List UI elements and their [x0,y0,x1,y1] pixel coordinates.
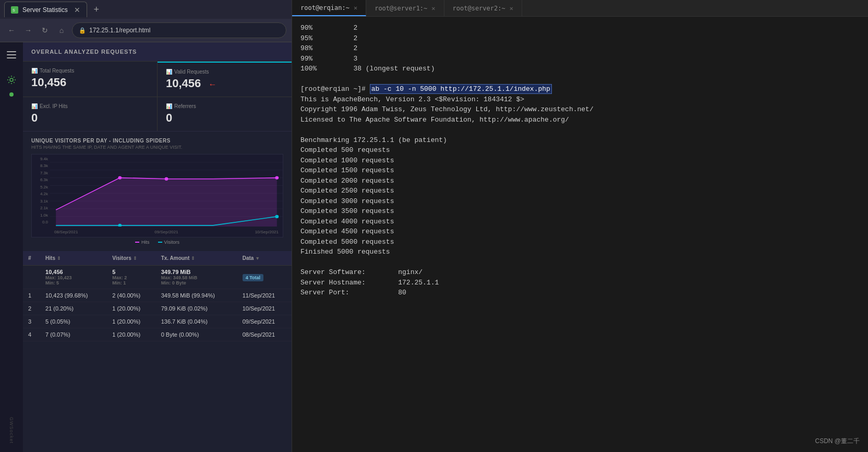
summary-visitors: 5 Max: 2 Min: 1 [107,266,155,289]
svg-rect-2 [7,51,16,52]
forward-button[interactable]: → [22,24,34,37]
row-tx: 79.09 KiB (0.02%) [156,302,237,315]
chart-section: UNIQUE VISITORS PER DAY - INCLUDING SPID… [23,131,292,251]
data-table: # Hits ⇕ Visitors ⇕ Tx. Amount ⇕ Data ▼ [23,251,292,341]
address-bar: ← → ↻ ⌂ 🔒 172.25.1.1/report.html [0,19,292,42]
terminal-tab-bar: root@erqian:~ ✕ root@server1:~ ✕ root@se… [292,0,868,17]
col-header-data[interactable]: Data ▼ [237,251,292,266]
settings-icon[interactable] [3,72,20,88]
security-lock-icon: 🔒 [79,27,86,34]
valid-requests-label: 📊 Valid Requests [166,69,283,75]
col-header-hits[interactable]: Hits ⇕ [40,251,107,266]
terminal-tab-1[interactable]: root@erqian:~ ✕ [292,0,366,16]
home-button[interactable]: ⌂ [55,24,68,37]
summary-row: 10,456 Max: 10,423 Min: 5 5 Max: 2 Min: … [23,266,292,289]
total-requests-value: 10,456 [31,76,149,89]
terminal-line: Completed 1500 requests [300,165,860,176]
tab-title: Server Statistics [22,6,68,14]
terminal-line: Completed 500 requests [300,145,860,156]
row-date: 09/Sep/2021 [237,315,292,328]
referrers-label: 📊 Referrers [166,103,283,109]
visitors-legend: Visitors [158,240,179,245]
chart-subtitle: HITS HAVING THE SAME IP, DATE AND AGENT … [31,145,283,150]
col-header-tx[interactable]: Tx. Amount ⇕ [156,251,237,266]
terminal-tab-3[interactable]: root@server2:~ ✕ [444,0,522,16]
terminal-tab-2[interactable]: root@server1:~ ✕ [366,0,444,16]
svg-point-15 [118,176,122,179]
hits-legend: Hits [135,240,150,245]
back-button[interactable]: ← [5,24,18,37]
row-date: 10/Sep/2021 [237,302,292,315]
red-arrow-indicator: ← [208,80,216,89]
stats-content: OVERALL ANALYZED REQUESTS 📊 Total Reques… [23,42,292,452]
terminal-line [300,125,860,135]
terminal-line: Server Software: nginx/ [300,267,860,278]
row-tx: 0 Byte (0.00%) [156,328,237,341]
terminal-line: Completed 2000 requests [300,176,860,186]
active-tab[interactable]: S Server Statistics ✕ [4,2,87,17]
bar-chart-icon-4: 📊 [166,103,172,109]
row-visitors: 1 (20.00%) [107,328,155,341]
excl-ip-card: 📊 Excl. IP Hits 0 [23,97,157,131]
terminal-line: Benchmarking 172.25.1.1 (be patient) [300,135,860,146]
summary-tx: 349.79 MiB Max: 349.58 MiB Min: 0 Byte [156,266,237,289]
total-requests-label: 📊 Total Requests [31,68,149,74]
chart-legend: Hits Visitors [31,240,283,245]
visitors-legend-dot [158,242,162,243]
terminal-line: 95% 2 [300,33,860,44]
row-num: 3 [23,315,40,328]
terminal-line: 100% 38 (longest request) [300,64,860,74]
gwsocket-label: GWSocket [9,413,14,448]
terminal-line: Copyright 1996 Adam Twiss, Zeus Technolo… [300,104,860,115]
terminal-line: Finished 5000 requests [300,247,860,257]
terminal-line [300,74,860,85]
terminal-tab-3-label: root@server2:~ [453,5,505,12]
col-header-num: # [23,251,40,266]
tab-favicon: S [11,6,18,14]
chart-title: UNIQUE VISITORS PER DAY - INCLUDING SPID… [31,138,283,144]
watermark: CSDN @董二千 [815,437,860,446]
table-row: 1 10,423 (99.68%) 2 (40.00%) 349.58 MiB … [23,289,292,302]
new-tab-button[interactable]: + [89,2,104,17]
terminal-line: Licensed to The Apache Software Foundati… [300,115,860,125]
menu-icon[interactable] [3,46,20,63]
col-header-visitors[interactable]: Visitors ⇕ [107,251,155,266]
bar-chart-icon-2: 📊 [166,69,172,75]
terminal-line: Completed 3000 requests [300,196,860,207]
chart-x-axis: 08/Sep/2021 09/Sep/2021 10/Sep/2021 [50,227,283,237]
stats-page: OVERALL ANALYZED REQUESTS 📊 Total Reques… [23,42,292,341]
terminal-line: 99% 3 [300,54,860,64]
bar-chart-icon-3: 📊 [31,103,38,109]
summary-hits: 10,456 Max: 10,423 Min: 5 [40,266,107,289]
svg-rect-3 [7,54,16,55]
terminal-tab-2-close[interactable]: ✕ [431,5,435,12]
table-row: 2 21 (0.20%) 1 (20.00%) 79.09 KiB (0.02%… [23,302,292,315]
row-hits: 21 (0.20%) [40,302,107,315]
terminal-line: Completed 4500 requests [300,227,860,237]
tab-close-button[interactable]: ✕ [74,6,80,14]
referrers-value: 0 [166,111,283,125]
terminal-line: Completed 4000 requests [300,217,860,227]
terminal-tab-1-close[interactable]: ✕ [354,4,357,11]
tab-bar: S Server Statistics ✕ + [0,0,292,19]
row-date: 08/Sep/2021 [237,328,292,341]
row-hits: 10,423 (99.68%) [40,289,107,302]
row-num: 2 [23,302,40,315]
terminal-content: 90% 2 95% 2 98% 2 99% 3 100% 38 (longest… [292,17,868,452]
row-tx: 349.58 MiB (99.94%) [156,289,237,302]
terminal-cmd-line: [root@erqian ~]# ab -c 10 -n 5000 http:/… [300,84,860,94]
terminal-tab-2-label: root@server1:~ [375,5,427,12]
row-num: 1 [23,289,40,302]
url-bar[interactable]: 🔒 172.25.1.1/report.html [72,22,286,38]
row-num: 4 [23,328,40,341]
terminal-line: Completed 3500 requests [300,206,860,217]
row-date: 11/Sep/2021 [237,289,292,302]
svg-point-16 [165,177,168,181]
terminal-panel: root@erqian:~ ✕ root@server1:~ ✕ root@se… [292,0,868,452]
refresh-button[interactable]: ↻ [39,24,51,37]
terminal-line: Server Port: 80 [300,288,860,298]
browser-panel: S Server Statistics ✕ + ← → ↻ ⌂ 🔒 172.25… [0,0,292,452]
svg-marker-14 [56,178,277,227]
terminal-tab-3-close[interactable]: ✕ [510,5,513,12]
terminal-line: Completed 5000 requests [300,237,860,247]
